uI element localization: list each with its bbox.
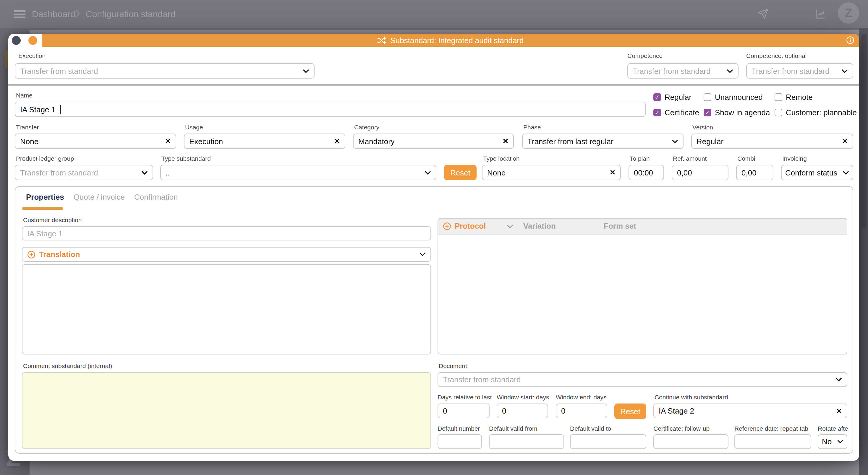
breadcrumb-dashboard[interactable]: Dashboard: [32, 9, 75, 19]
clear-icon[interactable]: ✕: [836, 407, 842, 415]
chevron-down-icon: [425, 170, 431, 175]
checkbox-unchecked-icon[interactable]: [704, 93, 711, 101]
properties-panel: Properties Quote / invoice Confirmation …: [15, 186, 853, 454]
customer-description-input[interactable]: IA Stage 1: [22, 226, 431, 240]
document-select[interactable]: Transfer from standard: [438, 372, 847, 387]
product-ledger-group-select[interactable]: Transfer from standard: [15, 165, 153, 180]
translation-expander[interactable]: Translation: [22, 247, 431, 262]
chevron-down-icon: [843, 170, 849, 175]
default-number-input[interactable]: [438, 434, 482, 449]
certificate-followup-input[interactable]: [653, 434, 728, 449]
invoicing-label: Invoicing: [782, 155, 807, 162]
category-select[interactable]: Mandatory ✕: [353, 134, 514, 149]
reset-planning-button[interactable]: Reset: [614, 404, 646, 419]
ref-amount-input[interactable]: 0,00: [672, 165, 728, 180]
description-textarea[interactable]: [22, 264, 431, 354]
comment-substandard-textarea[interactable]: [22, 372, 431, 449]
to-plan-input[interactable]: 00:00: [628, 165, 664, 180]
reference-date-input[interactable]: [734, 434, 811, 449]
version-label: Version: [692, 124, 713, 131]
info-icon[interactable]: [846, 36, 855, 44]
transfer-select[interactable]: None ✕: [15, 134, 176, 149]
add-protocol-button[interactable]: Protocol: [443, 222, 486, 230]
type-location-select[interactable]: None ✕: [482, 165, 621, 180]
competence-select[interactable]: Transfer from standard: [627, 63, 739, 78]
chevron-down-icon: [727, 69, 733, 73]
comment-substandard-label: Comment substandard (internal): [23, 362, 112, 369]
protocol-table-body[interactable]: [438, 235, 847, 354]
avatar[interactable]: Z: [838, 2, 859, 24]
days-relative-input[interactable]: 0: [438, 404, 490, 418]
modal-titlebar: Substandard: Integrated audit standard: [42, 34, 859, 47]
menu-icon[interactable]: [13, 10, 25, 18]
checkbox-checked-icon[interactable]: ✓: [653, 93, 661, 101]
titlebar-dot-dark[interactable]: [11, 36, 21, 45]
competence-optional-label: Competence: optional: [746, 52, 807, 59]
shuffle-icon: [377, 36, 386, 44]
checkbox-checked-icon[interactable]: ✓: [704, 109, 711, 116]
default-valid-from-input[interactable]: [489, 434, 564, 449]
checkbox-show-in-agenda[interactable]: ✓ Show in agenda: [704, 108, 770, 117]
window-end-input[interactable]: 0: [556, 404, 607, 418]
phase-select[interactable]: Transfer from last regular: [522, 134, 684, 149]
name-value: IA Stage 1: [20, 105, 56, 114]
usage-select[interactable]: Execution ✕: [184, 134, 345, 149]
protocol-table-header: Protocol Variation Form set: [438, 218, 847, 235]
page-scrollbar[interactable]: [859, 28, 868, 475]
checkbox-customer-plannable[interactable]: Customer: plannable: [775, 108, 857, 117]
scrollbar-thumb[interactable]: [861, 34, 867, 229]
document-label: Document: [439, 362, 467, 369]
type-substandard-select[interactable]: ..: [160, 165, 436, 180]
tab-confirmation[interactable]: Confirmation: [134, 193, 178, 201]
substandard-modal: Substandard: Integrated audit standard E…: [8, 34, 859, 461]
tab-quote-invoice[interactable]: Quote / invoice: [73, 193, 125, 201]
send-icon[interactable]: [757, 8, 769, 20]
reference-date-label: Reference date: repeat tab: [734, 425, 808, 432]
text-cursor: [60, 105, 61, 114]
checkbox-remote[interactable]: Remote: [775, 93, 813, 102]
continue-with-substandard-select[interactable]: IA Stage 2 ✕: [653, 404, 847, 418]
default-valid-to-input[interactable]: [570, 434, 646, 449]
clear-icon[interactable]: ✕: [842, 137, 848, 145]
execution-label: Execution: [18, 52, 45, 59]
rotate-after-label: Rotate afte: [818, 425, 848, 432]
checkbox-unchecked-icon[interactable]: [775, 93, 782, 101]
checkbox-certificate[interactable]: ✓ Certificate: [653, 108, 699, 117]
rotate-after-select[interactable]: No: [818, 434, 847, 449]
version-select[interactable]: Regular ✕: [691, 134, 853, 149]
plus-circle-icon: [443, 222, 451, 230]
name-input[interactable]: IA Stage 1: [15, 102, 646, 117]
execution-select[interactable]: Transfer from standard: [15, 63, 315, 78]
invoicing-select[interactable]: Conform status: [781, 165, 853, 180]
window-start-input[interactable]: 0: [497, 404, 548, 418]
tab-properties[interactable]: Properties: [26, 193, 64, 201]
competence-label: Competence: [627, 52, 662, 59]
breadcrumb-chevron-icon: [75, 9, 81, 18]
chart-icon[interactable]: [815, 8, 826, 20]
clear-icon[interactable]: ✕: [165, 137, 171, 145]
add-translation[interactable]: Translation: [27, 250, 80, 259]
reset-button[interactable]: Reset: [444, 165, 476, 180]
certificate-followup-label: Certificate: follow-up: [653, 425, 710, 432]
chevron-down-icon: [303, 69, 309, 73]
chevron-down-icon[interactable]: [507, 225, 513, 229]
clear-icon[interactable]: ✕: [503, 137, 508, 145]
chevron-down-icon: [141, 170, 148, 175]
checkbox-regular[interactable]: ✓ Regular: [653, 93, 691, 102]
checkbox-checked-icon[interactable]: ✓: [653, 109, 661, 116]
competence-optional-select[interactable]: Transfer from standard: [746, 63, 853, 78]
combi-input[interactable]: 0,00: [736, 165, 773, 180]
clear-icon[interactable]: ✕: [610, 168, 616, 177]
phase-label: Phase: [523, 124, 541, 131]
default-valid-from-label: Default valid from: [489, 425, 537, 432]
default-number-label: Default number: [438, 425, 480, 432]
checkbox-unannounced[interactable]: Unannounced: [704, 93, 763, 102]
titlebar-dot-orange[interactable]: [28, 36, 37, 45]
default-valid-to-label: Default valid to: [570, 425, 611, 432]
checkbox-unchecked-icon[interactable]: [775, 109, 782, 116]
active-tab-underline: [22, 207, 63, 209]
window-end-label: Window end: days: [556, 394, 607, 401]
type-location-label: Type location: [483, 155, 520, 162]
column-variation: Variation: [523, 222, 556, 230]
clear-icon[interactable]: ✕: [334, 137, 340, 145]
